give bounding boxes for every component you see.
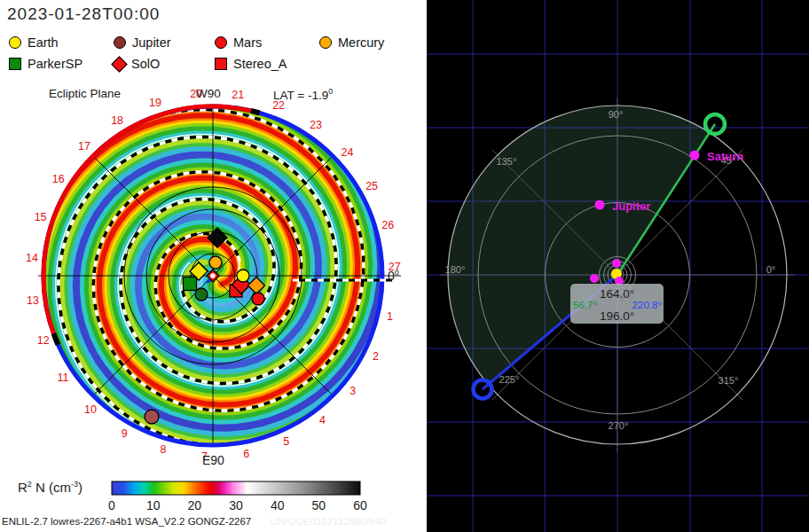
timestamp-title: 2023-01-28T00:00 [7, 4, 160, 24]
space-weather-dashboard: { "left_panel": { "title": "2023-01-28T0… [0, 0, 809, 532]
mars-marker [252, 293, 264, 305]
legend-item-mars: Mars [215, 35, 262, 50]
mercury-swatch-icon [319, 36, 332, 49]
colorbar-tick: 40 [271, 498, 285, 512]
tooltip-blue-angle: 220.8° [632, 300, 662, 310]
legend-label: SolO [131, 57, 160, 71]
jupiter-swatch-icon [114, 36, 126, 49]
inner-planet-dot[interactable] [612, 259, 621, 268]
saturn-label: Saturn [707, 150, 743, 163]
day-number: 9 [122, 427, 128, 440]
colorbar-tick: 60 [353, 498, 367, 512]
legend: EarthJupiterMarsMercuryParkerSPSolOStere… [0, 35, 408, 76]
day-number: 26 [381, 219, 394, 231]
unique-id-label: UNIQUE0127112800/640 [271, 516, 386, 527]
tooltip-top-angle: 164.0° [600, 287, 634, 301]
sun-core-icon [210, 273, 216, 278]
day-number: 16 [52, 173, 65, 185]
mercury-marker [209, 256, 222, 269]
legend-item-mercury: Mercury [319, 35, 384, 50]
angle-label: 270° [609, 420, 629, 431]
lat-label: LAT = -1.90 [273, 87, 333, 102]
stereo_a-swatch-icon [215, 58, 227, 70]
parkersp-swatch-icon [9, 58, 21, 70]
day-number: 3 [350, 385, 356, 397]
day-number: 15 [35, 211, 47, 223]
angle-label: 0° [766, 264, 776, 275]
model-run-label: ENLIL-2.7 lowres-2267-a4b1 WSA_V2.2 GONG… [2, 516, 251, 527]
earth-swatch-icon [9, 36, 21, 49]
day-number: 23 [310, 119, 322, 131]
colorbar-tick: 0 [108, 498, 115, 512]
legend-item-earth: Earth [9, 35, 59, 50]
angle-label: 135° [497, 156, 517, 167]
inner-planet-dot[interactable] [590, 274, 599, 283]
colorbar-label: R2 N (cm-3) [18, 480, 82, 495]
legend-label: Mercury [338, 35, 384, 50]
day-number: 6 [243, 448, 249, 460]
day-number: 5 [283, 435, 289, 448]
solo-swatch-icon [111, 56, 127, 72]
legend-item-stereo_a: Stereo_A [215, 57, 287, 71]
angle-label: 225° [499, 374, 520, 385]
day-number: 14 [26, 252, 38, 264]
jupiter-marker [145, 410, 159, 424]
saturn-dot[interactable] [690, 151, 700, 160]
day-number: 17 [78, 140, 90, 153]
orbit-viewer-plot[interactable]: 90°45°135°180°0°225°315°270°SaturnJupite… [427, 0, 809, 532]
legend-label: Jupiter [132, 35, 171, 50]
plane-label: Ecliptic Plane [49, 87, 121, 100]
day-number: 24 [342, 146, 354, 159]
legend-label: Earth [27, 35, 59, 50]
day-number: 19 [149, 97, 161, 109]
parker-solar-probe-marker [184, 278, 197, 291]
angle-label: 90° [609, 109, 624, 120]
enlil-spiral-plot: 1234567891011121314151617181920212223242… [0, 0, 427, 532]
day-number: 18 [111, 114, 123, 127]
legend-label: ParkerSP [27, 57, 82, 71]
tooltip-bottom-angle: 196.0° [600, 309, 634, 323]
jupiter-label: Jupiter [612, 200, 650, 213]
unlabeled-green-circle-marker [195, 288, 208, 301]
earth-marker [237, 270, 249, 282]
day-number: 8 [160, 443, 166, 456]
day-number: 1 [387, 310, 393, 323]
selected-sector-wedge [448, 106, 711, 386]
day-number: 21 [232, 89, 244, 101]
legend-label: Stereo_A [233, 57, 287, 71]
w90-label: W90 [196, 87, 221, 100]
colorbar-tick: 30 [229, 498, 243, 512]
angle-tooltip: 164.0°196.0°56.7°220.8° [570, 284, 664, 324]
angle-label: 315° [719, 375, 739, 386]
tooltip-green-angle: 56.7° [573, 300, 597, 310]
zero-deg-label: 0o [388, 268, 399, 283]
colorbar-tick: 50 [312, 498, 326, 512]
jupiter-dot[interactable] [595, 200, 605, 210]
day-number: 11 [57, 372, 68, 384]
day-number: 4 [319, 414, 326, 426]
legend-item-parkersp: ParkerSP [9, 57, 82, 71]
e90-label: E90 [202, 453, 224, 467]
day-number: 12 [37, 334, 50, 347]
day-number: 10 [84, 403, 97, 416]
day-number: 13 [27, 294, 39, 307]
colorbar-tick: 20 [188, 498, 202, 512]
legend-item-jupiter: Jupiter [114, 35, 171, 50]
legend-item-solo: SolO [114, 57, 160, 71]
density-colorbar [112, 481, 360, 495]
legend-label: Mars [233, 35, 262, 50]
day-number: 2 [373, 350, 379, 363]
mars-swatch-icon [215, 36, 227, 49]
day-number: 25 [365, 180, 378, 192]
colorbar-tick: 10 [146, 498, 161, 512]
angle-label: 180° [445, 264, 466, 275]
